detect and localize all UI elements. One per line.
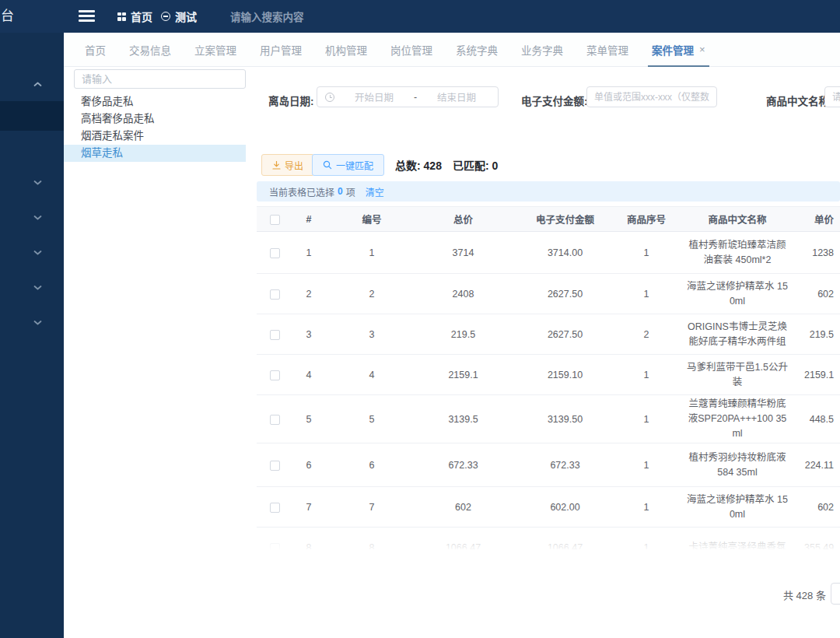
page-size-select[interactable] xyxy=(831,583,840,605)
tree-search-input[interactable] xyxy=(74,69,246,89)
column-header: 商品中文名称 xyxy=(670,207,804,232)
chevron-down-icon[interactable] xyxy=(33,317,43,328)
tab-user-management[interactable]: 用户管理 xyxy=(248,33,313,67)
row-checkbox[interactable] xyxy=(270,330,280,340)
cell-code: 6 xyxy=(325,443,418,487)
chevron-down-icon[interactable] xyxy=(33,247,43,258)
total-count: 总数: 428 xyxy=(395,157,442,173)
cell-index: 1 xyxy=(292,232,325,274)
cell-index: 7 xyxy=(292,487,325,528)
cell-code: 7 xyxy=(325,487,418,528)
column-header: # xyxy=(292,207,325,232)
page: 台 首页 测试 请输入搜索内容 xyxy=(0,0,840,638)
cell-product-name: ORIGINS韦博士灵芝焕能好底子精华水两件组 xyxy=(670,314,804,355)
cell-epay-amount: 3714.00 xyxy=(508,232,622,274)
alert-suffix: 项 xyxy=(346,185,355,198)
cell-unit-price: 1238 xyxy=(804,232,840,274)
cell-total-price: 2408 xyxy=(418,274,508,314)
cell-epay-amount: 2159.10 xyxy=(508,355,622,395)
column-header: 电子支付金额 xyxy=(508,207,622,232)
topnav-test[interactable]: 测试 xyxy=(161,0,197,33)
row-checkbox[interactable] xyxy=(270,503,280,513)
chevron-down-icon[interactable] xyxy=(33,282,43,293)
cell-unit-price: 219.5 xyxy=(804,314,840,355)
cell-epay-amount: 602.00 xyxy=(508,487,622,528)
amount-input[interactable] xyxy=(586,86,717,107)
tree-list: 奢侈品走私 高档奢侈品走私 烟酒走私案件 烟草走私 xyxy=(64,93,246,162)
logo-text: 台 xyxy=(1,8,14,25)
topnav-home[interactable]: 首页 xyxy=(117,0,152,33)
tab-post-management[interactable]: 岗位管理 xyxy=(379,33,444,67)
cell-code: 2 xyxy=(325,274,418,314)
data-table: # 编号 总价 电子支付金额 商品序号 商品中文名称 单价 1 1 3714 3… xyxy=(257,206,840,549)
row-checkbox[interactable] xyxy=(270,370,280,380)
cell-index: 5 xyxy=(292,395,325,443)
cell-epay-amount: 3139.50 xyxy=(508,395,622,443)
cell-code: 5 xyxy=(325,395,418,443)
tree-item[interactable]: 奢侈品走私 xyxy=(64,93,246,110)
cell-total-price: 2159.1 xyxy=(418,355,508,395)
tab-case-filing[interactable]: 立案管理 xyxy=(183,33,248,67)
tab-system-dict[interactable]: 系统字典 xyxy=(444,33,509,67)
cell-product-seq: 1 xyxy=(622,355,670,395)
tabbar: 首页 交易信息 立案管理 用户管理 机构管理 岗位管理 系统字典 业务字典 菜单… xyxy=(64,33,840,67)
product-name-input[interactable] xyxy=(824,86,840,107)
column-header: 单价 xyxy=(804,207,840,232)
tab-label: 用户管理 xyxy=(260,42,302,58)
tab-label: 系统字典 xyxy=(456,42,498,58)
row-checkbox[interactable] xyxy=(270,289,280,300)
chevron-down-icon[interactable] xyxy=(33,177,43,188)
cell-product-seq: 2 xyxy=(622,314,670,355)
chevron-down-icon[interactable] xyxy=(33,212,43,223)
tab-menu-management[interactable]: 菜单管理 xyxy=(575,33,640,67)
alert-prefix: 当前表格已选择 xyxy=(269,185,334,198)
tree-item[interactable]: 高档奢侈品走私 xyxy=(64,110,246,128)
tree-item[interactable]: 烟酒走私案件 xyxy=(64,128,246,145)
row-checkbox[interactable] xyxy=(270,461,280,471)
cell-epay-amount: 1066.47 xyxy=(508,528,622,550)
pagination-total: 共 428 条 xyxy=(783,587,826,602)
date-filter-label: 离岛日期: xyxy=(268,91,314,112)
chevron-up-icon[interactable] xyxy=(33,79,43,89)
tree-item-selected[interactable]: 烟草走私 xyxy=(64,145,246,162)
clear-selection-link[interactable]: 清空 xyxy=(366,185,384,198)
cell-epay-amount: 672.33 xyxy=(508,443,622,487)
tab-home[interactable]: 首页 xyxy=(73,33,117,67)
column-header: 商品序号 xyxy=(622,207,670,232)
column-header: 编号 xyxy=(325,207,418,232)
tab-transaction-info[interactable]: 交易信息 xyxy=(117,33,183,67)
select-all-checkbox[interactable] xyxy=(270,215,280,225)
row-checkbox[interactable] xyxy=(270,415,280,425)
sidebar-selected-item[interactable] xyxy=(0,101,64,131)
matched-count: 已匹配: 0 xyxy=(453,157,498,173)
cell-code: 4 xyxy=(325,355,418,395)
tab-case-management[interactable]: 案件管理 × xyxy=(640,33,717,67)
stats-text: 总数: 428 已匹配: 0 xyxy=(395,154,498,176)
row-checkbox[interactable] xyxy=(270,543,280,549)
tab-org-management[interactable]: 机构管理 xyxy=(313,33,379,67)
cell-code: 8 xyxy=(325,528,418,550)
one-key-match-button[interactable]: 一键匹配 xyxy=(312,154,384,176)
alert-count: 0 xyxy=(338,186,343,197)
cell-product-seq: 1 xyxy=(622,274,670,314)
tab-label: 首页 xyxy=(85,42,106,58)
cell-product-seq: 1 xyxy=(622,487,670,528)
tab-close-icon[interactable]: × xyxy=(699,44,705,54)
topbar-search-input[interactable]: 请输入搜索内容 xyxy=(230,0,304,33)
product-name-filter-label: 商品中文名称: xyxy=(766,91,833,112)
export-button[interactable]: 导出 xyxy=(261,154,314,176)
column-header: 总价 xyxy=(418,207,508,232)
cell-product-seq: 1 xyxy=(622,443,670,487)
main-content: 首页 交易信息 立案管理 用户管理 机构管理 岗位管理 系统字典 业务字典 菜单… xyxy=(64,33,840,638)
table-row: 8 8 1066.47 1066.47 1 卡诗菁纯亮泽经典香氛 355.49 xyxy=(257,528,840,550)
row-checkbox[interactable] xyxy=(270,248,280,258)
table-row: 5 5 3139.5 3139.50 1 兰蔻菁纯臻颜精华粉底液SPF20PA+… xyxy=(257,395,840,443)
minus-circle-icon xyxy=(161,12,170,21)
date-range-picker[interactable]: 开始日期 - 结束日期 xyxy=(317,86,499,107)
cell-product-seq: 1 xyxy=(622,528,670,550)
hamburger-menu-icon[interactable] xyxy=(79,10,95,23)
table-row: 2 2 2408 2627.50 1 海蓝之谜修护精萃水 150ml 602 xyxy=(257,274,840,314)
cell-product-name: 海蓝之谜修护精萃水 150ml xyxy=(670,274,804,314)
cell-unit-price: 224.11 xyxy=(804,443,840,487)
tab-business-dict[interactable]: 业务字典 xyxy=(509,33,575,67)
